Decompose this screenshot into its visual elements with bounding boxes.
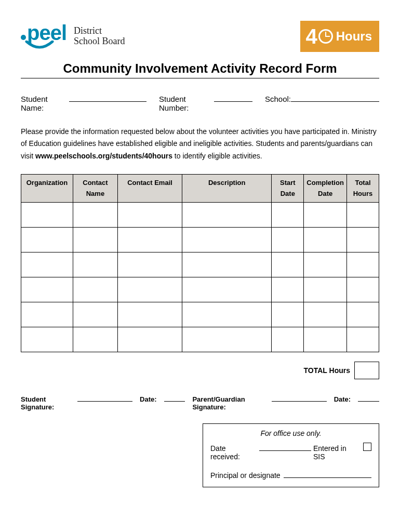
table-row <box>21 203 379 228</box>
entered-sis-label: Entered in SIS <box>313 444 360 461</box>
dot-icon <box>21 35 26 40</box>
url-text: www.peelschools.org/students/40hours <box>35 152 172 160</box>
cell[interactable] <box>346 228 379 252</box>
cell[interactable] <box>21 203 73 228</box>
cell[interactable] <box>304 252 347 277</box>
cell[interactable] <box>118 252 182 277</box>
peel-logo-text: peel <box>21 23 66 42</box>
student-name-label: Student Name: <box>21 95 69 112</box>
cell[interactable] <box>182 327 272 352</box>
cell[interactable] <box>272 252 304 277</box>
signature-row: Student Signature: Date: Parent/Guardian… <box>21 394 379 410</box>
student-number-label: Student Number: <box>159 95 214 112</box>
date-received-label: Date received: <box>210 444 257 461</box>
district-school-board-text: District School Board <box>74 26 125 47</box>
th-start-date: Start Date <box>272 174 304 203</box>
date1-label: Date: <box>140 395 157 403</box>
activity-table: Organization Contact Name Contact Email … <box>21 174 379 353</box>
header: peel District School Board 4 Hours <box>21 21 379 52</box>
cell[interactable] <box>304 203 347 228</box>
cell[interactable] <box>346 277 379 302</box>
parent-signature-label: Parent/Guardian Signature: <box>192 395 264 411</box>
cell[interactable] <box>73 327 117 352</box>
badge-hours: Hours <box>336 30 372 43</box>
cell[interactable] <box>21 228 73 252</box>
cell[interactable] <box>346 203 379 228</box>
cell[interactable] <box>118 277 182 302</box>
cell[interactable] <box>304 228 347 252</box>
entered-sis-checkbox[interactable] <box>363 443 371 451</box>
cell[interactable] <box>272 277 304 302</box>
cell[interactable] <box>21 252 73 277</box>
date2-label: Date: <box>334 395 351 403</box>
th-contact-email: Contact Email <box>118 174 182 203</box>
cell[interactable] <box>73 203 117 228</box>
student-number-input[interactable] <box>214 93 252 102</box>
cell[interactable] <box>21 327 73 352</box>
clock-icon <box>318 29 333 44</box>
principal-input[interactable] <box>284 470 371 478</box>
instructions-text: Please provide the information requested… <box>21 126 379 163</box>
cell[interactable] <box>272 302 304 327</box>
th-description: Description <box>182 174 272 203</box>
cell[interactable] <box>182 302 272 327</box>
cell[interactable] <box>182 203 272 228</box>
table-row <box>21 277 379 302</box>
cell[interactable] <box>118 228 182 252</box>
badge-four: 4 <box>305 26 317 47</box>
cell[interactable] <box>272 228 304 252</box>
cell[interactable] <box>73 277 117 302</box>
table-row <box>21 302 379 327</box>
principal-label: Principal or designate <box>210 471 281 480</box>
cell[interactable] <box>182 228 272 252</box>
table-row <box>21 327 379 352</box>
parent-signature-input[interactable] <box>272 394 327 401</box>
cell[interactable] <box>346 302 379 327</box>
table-row <box>21 252 379 277</box>
date-received-input[interactable] <box>259 443 311 450</box>
cell[interactable] <box>21 277 73 302</box>
cell[interactable] <box>118 203 182 228</box>
date2-input[interactable] <box>358 394 379 401</box>
forty-hours-badge: 4 Hours <box>300 21 379 52</box>
total-hours-label: TOTAL Hours <box>304 366 350 375</box>
cell[interactable] <box>272 327 304 352</box>
table-row <box>21 228 379 252</box>
student-name-input[interactable] <box>69 93 146 102</box>
total-hours-box[interactable] <box>354 362 379 379</box>
cell[interactable] <box>182 252 272 277</box>
cell[interactable] <box>304 302 347 327</box>
th-contact-name: Contact Name <box>73 174 117 203</box>
date1-input[interactable] <box>164 394 185 401</box>
office-use-box: For office use only. Date received: Ente… <box>203 423 379 487</box>
cell[interactable] <box>272 203 304 228</box>
cell[interactable] <box>118 327 182 352</box>
th-total-hours: Total Hours <box>346 174 379 203</box>
student-info-row: Student Name: Student Number: School: <box>21 93 379 112</box>
cell[interactable] <box>346 252 379 277</box>
cell[interactable] <box>346 327 379 352</box>
school-label: School: <box>265 95 291 103</box>
peel-logo-block: peel District School Board <box>21 23 125 50</box>
cell[interactable] <box>73 302 117 327</box>
page-title: Community Involvement Activity Record Fo… <box>21 61 379 78</box>
cell[interactable] <box>304 327 347 352</box>
cell[interactable] <box>118 302 182 327</box>
th-completion-date: Completion Date <box>304 174 347 203</box>
school-input[interactable] <box>291 93 379 102</box>
office-use-title: For office use only. <box>210 429 371 437</box>
student-signature-label: Student Signature: <box>21 395 70 411</box>
cell[interactable] <box>21 302 73 327</box>
th-organization: Organization <box>21 174 73 203</box>
cell[interactable] <box>73 228 117 252</box>
cell[interactable] <box>73 252 117 277</box>
cell[interactable] <box>304 277 347 302</box>
smile-icon <box>24 41 55 50</box>
student-signature-input[interactable] <box>77 394 132 401</box>
cell[interactable] <box>182 277 272 302</box>
total-hours-row: TOTAL Hours <box>21 362 379 379</box>
